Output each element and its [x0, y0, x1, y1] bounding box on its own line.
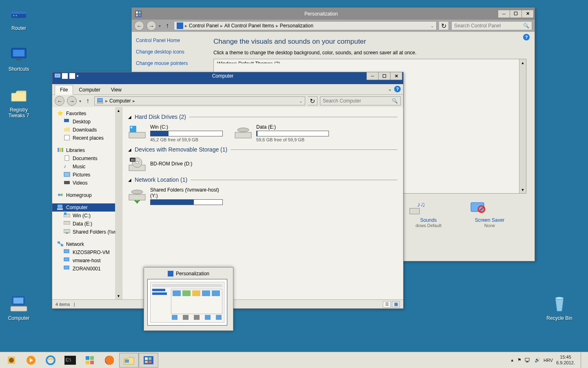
collapse-icon[interactable]: ◢ [128, 178, 131, 182]
tree-libraries[interactable]: Libraries [52, 146, 122, 154]
svg-text:BD: BD [131, 158, 135, 161]
breadcrumb[interactable]: All Control Panel Items [224, 23, 274, 29]
drive-e[interactable]: Data (E:) 59,6 GB free of 59,9 GB [234, 124, 332, 142]
link-control-panel-home[interactable]: Control Panel Home [136, 38, 201, 43]
preview-thumbnail[interactable] [147, 279, 227, 326]
breadcrumb-bar[interactable]: ▸ Computer ▸ ⌄ [94, 96, 305, 105]
tree-computer[interactable]: Computer [52, 203, 122, 212]
up-button[interactable]: ↑ [84, 97, 92, 105]
desktop-icon-registry-tweaks[interactable]: Registry Tweaks 7 [2, 86, 35, 118]
close-button[interactable]: ✕ [390, 72, 402, 80]
link-change-desktop-icons[interactable]: Change desktop icons [136, 49, 201, 55]
tree-drive-c[interactable]: Win (C:) [52, 212, 122, 220]
up-button[interactable]: ↑ [163, 22, 171, 30]
desktop-icon-shortcuts[interactable]: Shortcuts [2, 45, 35, 72]
forward-button[interactable]: → [146, 21, 156, 31]
view-details-button[interactable]: ☰ [383, 301, 391, 308]
taskbar-personalization[interactable] [139, 353, 158, 368]
tree-network-host[interactable]: ZORAN0001 [52, 265, 122, 273]
tree-shared-folders[interactable]: Shared Folders (\\vmwa [52, 228, 122, 236]
drive-network-y[interactable]: Shared Folders (\\vmware-host) (Y:) [128, 187, 226, 206]
desktop-icon-router[interactable]: Router [2, 4, 35, 31]
tray-action-center-icon[interactable]: ⚑ [517, 357, 521, 363]
group-header-hdd[interactable]: ◢ Hard Disk Drives (2) [128, 114, 397, 120]
tree-recent[interactable]: Recent places [52, 134, 122, 142]
close-button[interactable]: ✕ [521, 10, 534, 18]
desktop-icon-label: Computer [2, 315, 35, 321]
breadcrumb[interactable]: Personalization [280, 23, 313, 29]
tree-pictures[interactable]: Pictures [52, 171, 122, 179]
taskbar-firefox[interactable] [100, 353, 119, 368]
collapse-icon[interactable]: ◢ [128, 147, 131, 152]
breadcrumb-bar[interactable]: ▸ Control Panel ▸ All Control Panel Item… [174, 21, 437, 30]
forward-button[interactable]: → [67, 96, 77, 106]
help-icon[interactable]: ? [394, 86, 401, 92]
minimize-button[interactable]: ─ [366, 72, 379, 80]
ribbon-expand-icon[interactable]: ⌄ [388, 87, 392, 92]
tree-homegroup[interactable]: Homegroup [52, 191, 122, 199]
taskbar-cmd[interactable]: C:\ [60, 353, 80, 368]
svg-point-3 [16, 15, 17, 16]
scrollbar[interactable]: ▲ ▼ [519, 59, 526, 193]
desktop-icon-recycle-bin[interactable]: Recycle Bin [543, 294, 576, 321]
screensaver-option[interactable]: Screen Saver None [469, 201, 510, 228]
search-input[interactable]: Search Control Panel 🔍 [451, 21, 532, 30]
minimize-button[interactable]: ─ [498, 10, 510, 18]
refresh-button[interactable]: ↻ [308, 96, 317, 105]
tree-favorites[interactable]: ⭐Favorites [52, 109, 122, 118]
tree-desktop[interactable]: Desktop [52, 118, 122, 126]
scroll-down-icon[interactable]: ▼ [115, 292, 122, 299]
scroll-up-icon[interactable]: ▲ [115, 107, 122, 114]
group-header-network[interactable]: ◢ Network Location (1) [128, 176, 397, 183]
desktop-icon-computer[interactable]: Computer [2, 294, 35, 321]
tree-downloads[interactable]: Downloads [52, 126, 122, 134]
tree-videos[interactable]: Videos [52, 179, 122, 187]
drive-bdrom[interactable]: BD BD-ROM Drive (D:) [128, 157, 226, 172]
back-button[interactable]: ← [55, 96, 64, 106]
tree-drive-e[interactable]: Data (E:) [52, 220, 122, 228]
tab-file[interactable]: File [55, 85, 73, 95]
taskbar-app1[interactable] [80, 353, 100, 368]
taskbar-media-player[interactable] [21, 353, 41, 368]
tree-network-host[interactable]: KIZOS8PRO-VM [52, 248, 122, 256]
taskbar-explorer[interactable] [119, 353, 139, 368]
sounds-option[interactable]: ♪♫ Sounds dows Default [408, 201, 449, 228]
tray-show-hidden-icon[interactable]: ▲ [510, 358, 514, 362]
taskbar-ie[interactable] [41, 353, 60, 368]
breadcrumb[interactable]: Computer [109, 98, 131, 104]
tree-network-host[interactable]: vmware-host [52, 256, 122, 265]
tray-language[interactable]: HRV [544, 358, 553, 363]
libraries-icon [57, 147, 64, 154]
maximize-button[interactable]: ☐ [510, 10, 522, 18]
tree-documents[interactable]: Documents [52, 154, 122, 163]
group-header-removable[interactable]: ◢ Devices with Removable Storage (1) [128, 146, 397, 153]
link-change-mouse-pointers[interactable]: Change mouse pointers [136, 60, 201, 66]
tray-network-icon[interactable] [525, 357, 531, 363]
tray-date: 6.9.2012. [556, 360, 575, 366]
back-button[interactable]: ← [134, 21, 144, 31]
view-tiles-button[interactable]: ▦ [392, 301, 400, 308]
qat-item[interactable] [69, 73, 75, 79]
scrollbar[interactable]: ▲ ▼ [115, 107, 122, 299]
drive-c[interactable]: Win (C:) 45,2 GB free of 59,9 GB [128, 124, 226, 142]
preview-title: Personalization [176, 271, 209, 277]
refresh-button[interactable]: ↻ [439, 21, 449, 30]
tray-volume-icon[interactable]: 🔊 [535, 357, 540, 363]
tab-view[interactable]: View [106, 85, 126, 94]
tree-music[interactable]: ♪Music [52, 163, 122, 171]
qat-item[interactable] [62, 73, 68, 79]
titlebar[interactable]: Personalization ─ ☐ ✕ [132, 8, 535, 20]
taskbar-thumbnail-preview[interactable]: Personalization [144, 267, 233, 331]
tray-clock[interactable]: 15:45 6.9.2012. [556, 355, 575, 365]
collapse-icon[interactable]: ◢ [128, 115, 131, 119]
show-desktop-button[interactable] [581, 352, 584, 368]
maximize-button[interactable]: ☐ [378, 72, 391, 80]
scroll-down-icon[interactable]: ▼ [519, 186, 526, 193]
taskbar-start-hint[interactable] [2, 353, 21, 368]
tab-computer[interactable]: Computer [74, 85, 105, 94]
qat-dropdown-icon[interactable]: ▾ [77, 74, 79, 78]
tree-network[interactable]: Network [52, 240, 122, 248]
breadcrumb[interactable]: Control Panel [189, 23, 219, 29]
scroll-up-icon[interactable]: ▲ [519, 59, 526, 66]
search-input[interactable]: Search Computer 🔍 [320, 96, 401, 105]
